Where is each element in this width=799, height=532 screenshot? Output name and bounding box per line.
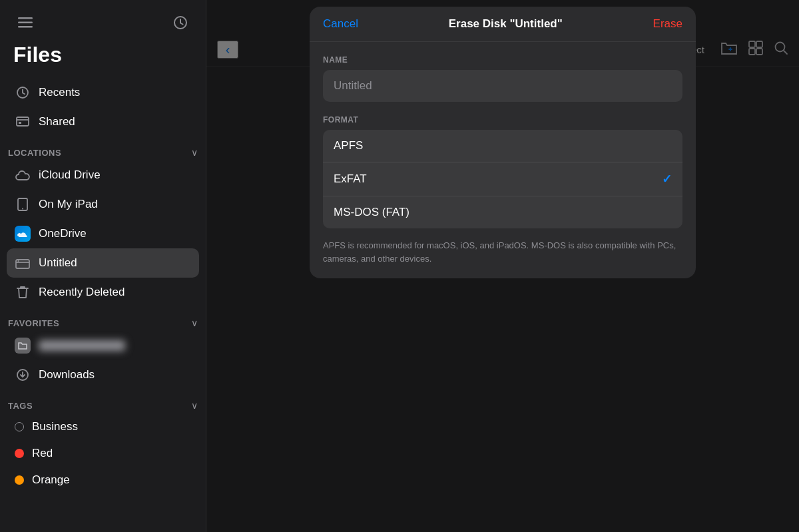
untitled-label: Untitled — [39, 256, 77, 270]
sidebar-title: Files — [0, 40, 206, 78]
svg-rect-0 — [18, 17, 33, 19]
shared-icon — [15, 114, 31, 130]
blurred-favorite-name — [39, 340, 125, 351]
locations-header-label: Locations — [8, 148, 61, 158]
sidebar-item-untitled[interactable]: Untitled — [7, 248, 199, 278]
quick-access-section: Recents Shared — [0, 78, 206, 136]
orange-tag-label: Orange — [32, 473, 70, 487]
favorites-section-header: Favorites ∨ — [0, 307, 206, 331]
downloads-label: Downloads — [39, 368, 95, 382]
svg-rect-6 — [19, 122, 21, 124]
sidebar-item-onedrive[interactable]: OneDrive — [7, 219, 199, 248]
sidebar-toggle-button[interactable] — [13, 11, 37, 35]
cancel-button[interactable]: Cancel — [323, 17, 358, 31]
red-tag-dot — [15, 449, 24, 458]
recents-icon-button[interactable] — [168, 11, 192, 35]
main-content: ••• ‹ Untitled Select — [206, 0, 799, 532]
locations-chevron-icon[interactable]: ∨ — [191, 147, 198, 158]
favorites-chevron-icon[interactable]: ∨ — [191, 318, 198, 328]
onedrive-icon — [15, 226, 31, 242]
format-item-apfs[interactable]: APFS — [323, 130, 682, 162]
svg-point-10 — [18, 260, 19, 262]
locations-section: iCloud Drive On My iPad OneDrive — [0, 160, 206, 307]
msdos-label: MS-DOS (FAT) — [334, 206, 409, 219]
svg-rect-2 — [18, 26, 33, 28]
erase-button[interactable]: Erase — [653, 17, 682, 31]
tags-section-header: Tags ∨ — [0, 390, 206, 413]
tags-header-label: Tags — [8, 401, 33, 411]
sidebar: Files Recents Shared Locations — [0, 0, 206, 532]
apfs-label: APFS — [334, 139, 363, 152]
erase-disk-modal: Cancel Erase Disk "Untitled" Erase NAME … — [310, 7, 696, 278]
favorites-section: Downloads — [0, 331, 206, 390]
sidebar-item-recents[interactable]: Recents — [7, 78, 199, 107]
svg-rect-1 — [18, 22, 33, 24]
sidebar-item-tag-red[interactable]: Red — [7, 440, 199, 467]
sidebar-top — [0, 0, 206, 40]
icloud-label: iCloud Drive — [39, 168, 101, 182]
locations-section-header: Locations ∨ — [0, 136, 206, 160]
format-item-exfat[interactable]: ExFAT ✓ — [323, 162, 682, 196]
modal-title: Erase Disk "Untitled" — [449, 17, 563, 31]
business-tag-dot — [15, 422, 24, 431]
format-item-msdos[interactable]: MS-DOS (FAT) — [323, 196, 682, 228]
format-list: APFS ExFAT ✓ MS-DOS (FAT) — [323, 130, 682, 228]
sidebar-item-favorite-blurred[interactable] — [7, 331, 199, 360]
svg-point-8 — [22, 208, 23, 210]
format-field-label: FORMAT — [323, 115, 682, 125]
untitled-drive-icon — [15, 255, 31, 271]
svg-rect-5 — [17, 117, 29, 126]
favorite-folder-icon — [15, 338, 31, 354]
orange-tag-dot — [15, 475, 24, 485]
recently-deleted-label: Recently Deleted — [39, 286, 125, 299]
sidebar-item-icloud[interactable]: iCloud Drive — [7, 160, 199, 190]
business-tag-label: Business — [32, 420, 78, 433]
ipad-icon — [15, 196, 31, 212]
favorites-header-label: Favorites — [8, 318, 59, 328]
ipad-label: On My iPad — [39, 198, 98, 211]
modal-body: NAME FORMAT APFS ExFAT ✓ MS-DOS (FAT) AP… — [310, 42, 696, 278]
name-input[interactable] — [323, 70, 682, 102]
sidebar-item-ipad[interactable]: On My iPad — [7, 190, 199, 219]
shared-label: Shared — [39, 115, 75, 129]
tags-chevron-icon[interactable]: ∨ — [191, 400, 198, 411]
exfat-checkmark-icon: ✓ — [662, 172, 672, 186]
recents-icon — [15, 85, 31, 101]
onedrive-label: OneDrive — [39, 227, 87, 240]
modal-overlay: Cancel Erase Disk "Untitled" Erase NAME … — [206, 0, 799, 532]
sidebar-item-recently-deleted[interactable]: Recently Deleted — [7, 278, 199, 307]
sidebar-item-tag-orange[interactable]: Orange — [7, 467, 199, 493]
sidebar-item-downloads[interactable]: Downloads — [7, 360, 199, 390]
downloads-icon — [15, 367, 31, 383]
sidebar-item-tag-business[interactable]: Business — [7, 413, 199, 440]
sidebar-item-shared[interactable]: Shared — [7, 107, 199, 136]
modal-header: Cancel Erase Disk "Untitled" Erase — [310, 7, 696, 42]
trash-icon — [15, 284, 31, 300]
name-field-label: NAME — [323, 55, 682, 65]
exfat-label: ExFAT — [334, 172, 367, 186]
red-tag-label: Red — [32, 447, 53, 460]
tags-section: Business Red Orange — [0, 413, 206, 493]
icloud-icon — [15, 167, 31, 183]
recents-label: Recents — [39, 86, 80, 99]
format-description: APFS is recommended for macOS, iOS, and … — [323, 239, 682, 265]
